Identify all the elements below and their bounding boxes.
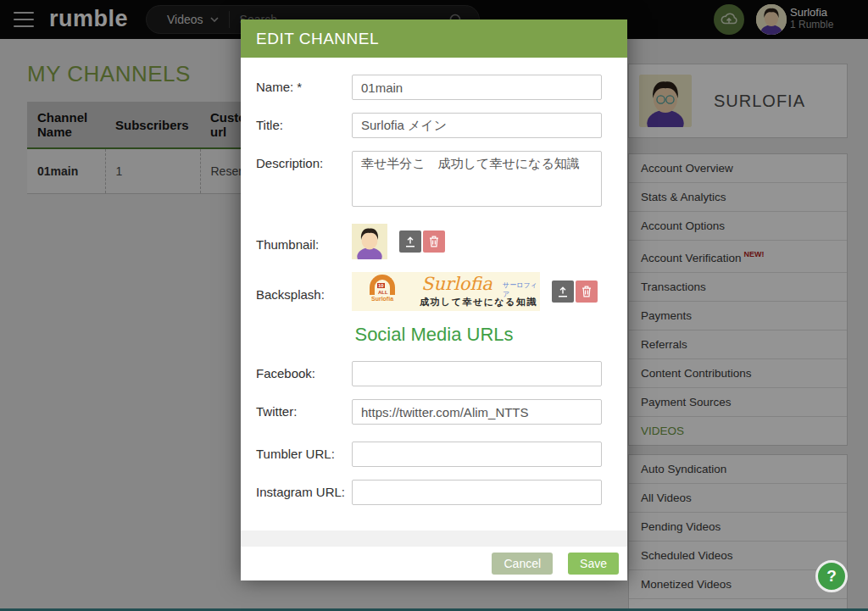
title-label: Title: — [256, 113, 352, 138]
title-row: Title: — [256, 113, 612, 138]
save-button[interactable]: Save — [568, 553, 619, 575]
arch-logo-icon: 10 ALL — [370, 275, 395, 295]
tumbler-row: Tumbler URL: — [256, 442, 612, 467]
instagram-row: Instagram URL: — [256, 480, 612, 505]
instagram-label: Instagram URL: — [256, 480, 352, 505]
banner-tagline: 成功して幸せになる知識 — [420, 296, 537, 308]
name-field[interactable] — [352, 75, 602, 100]
name-label: Name: * — [256, 75, 352, 100]
backsplash-logo: 10 ALL Surlofia — [360, 275, 404, 302]
logo-name: Surlofia — [360, 296, 404, 302]
modal-footer: Cancel Save — [241, 547, 627, 580]
tumbler-field[interactable] — [352, 442, 602, 467]
tumbler-label: Tumbler URL: — [256, 442, 352, 467]
avatar-image — [352, 224, 387, 259]
backsplash-upload-button[interactable] — [552, 281, 574, 303]
trash-icon — [429, 236, 439, 247]
name-row: Name: * — [256, 75, 612, 100]
thumbnail-label: Thumbnail: — [256, 232, 352, 252]
facebook-field[interactable] — [352, 361, 602, 386]
thumbnail-row: Thumbnail: — [256, 224, 612, 259]
logo-number: 10 — [377, 283, 385, 288]
twitter-field[interactable] — [352, 399, 602, 425]
modal-title: EDIT CHANNEL — [241, 19, 627, 58]
question-mark-icon: ? — [826, 567, 837, 586]
description-field[interactable]: 幸せ半分こ 成功して幸せになる知識 — [352, 151, 602, 207]
help-button[interactable]: ? — [815, 560, 848, 592]
description-row: Description: 幸せ半分こ 成功して幸せになる知識 — [256, 151, 612, 207]
facebook-label: Facebook: — [256, 361, 352, 386]
backsplash-label: Backsplash: — [256, 282, 352, 302]
backsplash-row: Backsplash: 10 ALL Surlofia Surlofia サーロ… — [256, 272, 612, 311]
banner-title: Surlofia — [421, 274, 492, 294]
modal-footer-divider — [241, 530, 627, 547]
social-media-heading: Social Media URLs — [256, 324, 612, 346]
edit-channel-modal: EDIT CHANNEL Name: * Title: Description:… — [241, 19, 627, 580]
trash-icon — [581, 286, 592, 297]
upload-icon — [558, 286, 568, 297]
backsplash-delete-button[interactable] — [576, 281, 598, 303]
backsplash-preview: 10 ALL Surlofia Surlofia サーロフィア 成功して幸せにな… — [352, 272, 540, 311]
thumbnail-delete-button[interactable] — [423, 231, 445, 253]
upload-icon — [405, 236, 415, 247]
logo-all: ALL — [378, 290, 388, 295]
facebook-row: Facebook: — [256, 361, 612, 386]
modal-body: Name: * Title: Description: 幸せ半分こ 成功して幸せ… — [241, 58, 627, 505]
description-label: Description: — [256, 151, 352, 207]
instagram-field[interactable] — [352, 480, 602, 505]
title-field[interactable] — [352, 113, 602, 138]
thumbnail-preview — [352, 224, 387, 259]
thumbnail-upload-button[interactable] — [399, 231, 421, 253]
cancel-button[interactable]: Cancel — [492, 553, 553, 575]
twitter-label: Twitter: — [256, 399, 352, 425]
twitter-row: Twitter: — [256, 399, 612, 425]
